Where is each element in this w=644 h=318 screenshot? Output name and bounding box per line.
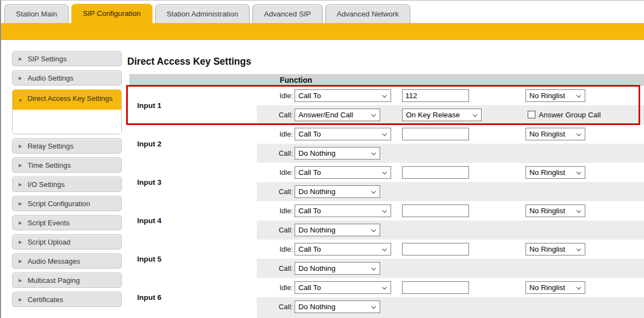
arrow-right-icon: ▶ [19, 297, 22, 302]
chevron-down-icon [577, 285, 581, 289]
call-sub-row: Call: Do Nothing [129, 259, 644, 278]
input3-call-action-select[interactable]: Do Nothing [295, 185, 380, 198]
window-left-edge [0, 1, 1, 318]
sidebar-item-script-upload[interactable]: ▶ Script Upload [12, 234, 122, 249]
arrow-right-icon: ▶ [19, 76, 22, 81]
selected-value: No Ringlist [529, 92, 565, 100]
sidebar: ▶ SIP Settings ▶ Audio Settings ▼ Direct… [12, 51, 122, 311]
input5-idle-action-select[interactable]: Call To [295, 243, 391, 255]
selected-value: Answer/End Call [298, 111, 353, 119]
sidebar-item-label: Audio Settings [27, 74, 74, 82]
input-row-label: Input 4 [137, 217, 161, 225]
call-label: Call: [253, 226, 293, 234]
selected-value: Call To [298, 92, 321, 100]
selected-value: No Ringlist [529, 168, 565, 177]
input6-call-action-select[interactable]: Do Nothing [295, 300, 380, 313]
sidebar-item-audio-messages[interactable]: ▶ Audio Messages [12, 253, 122, 269]
chevron-down-icon [473, 112, 477, 117]
input-row-label: Input 1 [137, 101, 161, 110]
chevron-down-icon [382, 208, 387, 213]
selected-value: Call To [298, 168, 321, 177]
accent-bar [0, 23, 644, 40]
input1-call-action-select[interactable]: Answer/End Call [295, 109, 380, 121]
direct-access-key-table: Function Input 1 Idle: Call To No Ringli… [129, 74, 644, 316]
idle-sub-row: Idle: Call To No Ringlist [129, 278, 644, 297]
sidebar-item-time-settings[interactable]: ▶ Time Settings [12, 157, 122, 173]
sidebar-item-audio-settings[interactable]: ▶ Audio Settings [12, 70, 122, 86]
input-row-label: Input 2 [137, 140, 161, 148]
table-row-input-6: Input 6 Idle: Call To No Ringlist Call: … [129, 278, 644, 316]
idle-label: Idle: [253, 283, 293, 292]
chevron-down-icon [577, 208, 581, 213]
call-label: Call: [253, 264, 293, 272]
chevron-down-icon [371, 189, 376, 194]
sidebar-item-label: Direct Access Key Settings [27, 94, 112, 105]
idle-sub-row: Idle: Call To No Ringlist [129, 163, 644, 182]
arrow-right-icon: ▶ [19, 240, 22, 245]
chevron-down-icon [382, 247, 387, 251]
tab-sip-configuration[interactable]: SIP Configuration [71, 4, 152, 23]
sidebar-item-sip-settings[interactable]: ▶ SIP Settings [12, 51, 122, 66]
input6-idle-ringlist-select[interactable]: No Ringlist [526, 281, 585, 294]
idle-label: Idle: [253, 168, 293, 177]
input6-idle-action-select[interactable]: Call To [295, 281, 391, 294]
chevron-down-icon [577, 93, 581, 98]
call-label: Call: [253, 303, 293, 311]
arrow-down-icon: ▼ [18, 96, 22, 105]
input3-idle-action-select[interactable]: Call To [295, 166, 391, 179]
input1-answer-group-call-checkbox[interactable] [528, 111, 535, 118]
sidebar-item-multicast-paging[interactable]: ▶ Multicast Paging [12, 272, 122, 288]
input3-idle-ringlist-select[interactable]: No Ringlist [526, 166, 585, 179]
input2-idle-ringlist-select[interactable]: No Ringlist [526, 128, 585, 140]
sidebar-item-label: I/O Settings [27, 180, 65, 189]
sidebar-item-label: Script Upload [27, 238, 70, 246]
call-label: Call: [253, 111, 293, 119]
input5-call-action-select[interactable]: Do Nothing [295, 262, 380, 275]
input3-idle-number-field[interactable] [402, 166, 469, 179]
input1-idle-ringlist-select[interactable]: No Ringlist [526, 89, 585, 102]
input5-idle-ringlist-select[interactable]: No Ringlist [526, 243, 585, 255]
sidebar-item-label: Script Configuration [27, 200, 90, 208]
idle-sub-row: Idle: Call To No Ringlist [129, 240, 644, 259]
idle-label: Idle: [253, 207, 293, 215]
tab-station-administration[interactable]: Station Administration [155, 4, 250, 23]
chevron-down-icon [577, 170, 581, 174]
input4-idle-action-select[interactable]: Call To [295, 205, 391, 217]
sidebar-item-certificates[interactable]: ▶ Certificates [12, 292, 122, 307]
input6-idle-number-field[interactable] [402, 281, 469, 294]
tab-station-main[interactable]: Station Main [4, 4, 69, 23]
selected-value: Do Nothing [298, 226, 336, 234]
call-sub-row: Call: Do Nothing [129, 297, 644, 318]
input1-call-mode-select[interactable]: On Key Release [402, 109, 482, 121]
table-row-input-1: Input 1 Idle: Call To No Ringlist Call: … [129, 86, 644, 124]
input5-idle-number-field[interactable] [402, 243, 469, 255]
input2-idle-action-select[interactable]: Call To [295, 128, 391, 140]
sidebar-item-relay-settings[interactable]: ▶ Relay Settings [12, 138, 122, 154]
sidebar-item-io-settings[interactable]: ▶ I/O Settings [12, 177, 122, 192]
sidebar-item-label: Relay Settings [27, 142, 74, 150]
chevron-down-icon [577, 132, 581, 136]
arrow-right-icon: ▶ [19, 220, 22, 225]
sidebar-item-direct-access-key-settings[interactable]: ▼ Direct Access Key Settings [13, 90, 121, 110]
input4-call-action-select[interactable]: Do Nothing [295, 224, 380, 236]
table-row-input-5: Input 5 Idle: Call To No Ringlist Call: … [129, 240, 644, 278]
sidebar-item-label: Audio Messages [27, 257, 80, 265]
tab-advanced-network[interactable]: Advanced Network [325, 4, 410, 23]
sidebar-item-label: Multicast Paging [27, 276, 80, 285]
selected-value: Do Nothing [298, 303, 336, 311]
sidebar-item-label: Script Events [27, 219, 70, 227]
arrow-right-icon: ▶ [19, 56, 22, 61]
input4-idle-number-field[interactable] [402, 205, 469, 217]
selected-value: No Ringlist [529, 283, 565, 292]
input4-idle-ringlist-select[interactable]: No Ringlist [526, 205, 585, 217]
input1-idle-action-select[interactable]: Call To [295, 89, 391, 102]
sidebar-item-script-configuration[interactable]: ▶ Script Configuration [12, 196, 122, 211]
sidebar-item-script-events[interactable]: ▶ Script Events [12, 215, 122, 230]
answer-group-call-label: Answer Group Call [539, 111, 601, 119]
input2-call-action-select[interactable]: Do Nothing [295, 147, 380, 160]
input1-idle-number-field[interactable] [402, 89, 469, 102]
tab-advanced-sip[interactable]: Advanced SIP [252, 4, 323, 23]
chevron-down-icon [371, 266, 376, 270]
input2-idle-number-field[interactable] [402, 128, 469, 140]
call-sub-row: Call: Do Nothing [129, 220, 644, 240]
